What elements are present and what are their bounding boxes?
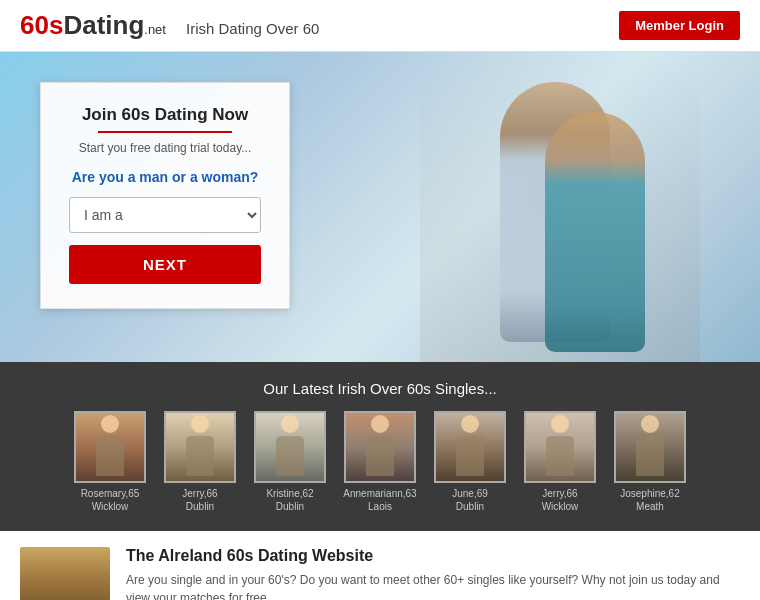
single-name-5: Jerry,66 Wicklow [542, 487, 579, 513]
hero-couple-image [420, 52, 700, 362]
single-card-3[interactable]: Annemariann,63 Laois [340, 411, 420, 513]
person-head-1 [191, 415, 209, 433]
single-card-2[interactable]: Kristine,62 Dublin [250, 411, 330, 513]
person-silhouette-2 [270, 415, 310, 480]
person-body-2 [276, 436, 304, 476]
join-form: Join 60s Dating Now Start you free datin… [40, 82, 290, 309]
single-card-6[interactable]: Josephine,62 Meath [610, 411, 690, 513]
single-card-1[interactable]: Jerry,66 Dublin [160, 411, 240, 513]
about-section: The Alreland 60s Dating Website Are you … [0, 531, 760, 600]
person-silhouette-0 [90, 415, 130, 480]
person-body-5 [546, 436, 574, 476]
single-name-2: Kristine,62 Dublin [266, 487, 313, 513]
join-title: Join 60s Dating Now [69, 105, 261, 125]
site-header: 60sDating.net Irish Dating Over 60 Membe… [0, 0, 760, 52]
person-head-2 [281, 415, 299, 433]
person-silhouette-6 [630, 415, 670, 480]
about-photo [20, 547, 110, 600]
site-logo: 60sDating.net [20, 10, 166, 41]
logo-net: .net [144, 22, 166, 37]
join-subtitle: Start you free dating trial today... [69, 141, 261, 155]
person-head-0 [101, 415, 119, 433]
person-silhouette-4 [450, 415, 490, 480]
single-photo-2 [254, 411, 326, 483]
about-content: The Alreland 60s Dating Website Are you … [126, 547, 740, 600]
single-photo-3 [344, 411, 416, 483]
member-login-button[interactable]: Member Login [619, 11, 740, 40]
about-title: The Alreland 60s Dating Website [126, 547, 740, 565]
header-tagline: Irish Dating Over 60 [186, 20, 319, 37]
gender-select[interactable]: I am a Man Woman [69, 197, 261, 233]
single-photo-0 [74, 411, 146, 483]
person-body-6 [636, 436, 664, 476]
person-head-3 [371, 415, 389, 433]
person-silhouette-5 [540, 415, 580, 480]
single-name-6: Josephine,62 Meath [620, 487, 680, 513]
title-underline [98, 131, 232, 133]
singles-title: Our Latest Irish Over 60s Singles... [20, 380, 740, 397]
person-silhouette-3 [360, 415, 400, 480]
single-card-4[interactable]: June,69 Dublin [430, 411, 510, 513]
single-photo-5 [524, 411, 596, 483]
next-button[interactable]: NEXT [69, 245, 261, 284]
singles-section: Our Latest Irish Over 60s Singles... Ros… [0, 362, 760, 531]
person-body-0 [96, 436, 124, 476]
person-body-4 [456, 436, 484, 476]
couple-woman [545, 112, 645, 352]
single-name-4: June,69 Dublin [452, 487, 488, 513]
person-silhouette-1 [180, 415, 220, 480]
person-body-3 [366, 436, 394, 476]
single-photo-6 [614, 411, 686, 483]
about-text: Are you single and in your 60's? Do you … [126, 571, 740, 600]
person-body-1 [186, 436, 214, 476]
single-name-1: Jerry,66 Dublin [182, 487, 217, 513]
single-name-3: Annemariann,63 Laois [343, 487, 416, 513]
single-photo-1 [164, 411, 236, 483]
hero-section: Join 60s Dating Now Start you free datin… [0, 52, 760, 362]
logo-dating: Dating [63, 10, 144, 41]
singles-grid: Rosemary,65 WicklowJerry,66 DublinKristi… [20, 411, 740, 513]
person-head-5 [551, 415, 569, 433]
single-card-5[interactable]: Jerry,66 Wicklow [520, 411, 600, 513]
person-head-4 [461, 415, 479, 433]
logo-60s: 60s [20, 10, 63, 41]
single-card-0[interactable]: Rosemary,65 Wicklow [70, 411, 150, 513]
single-name-0: Rosemary,65 Wicklow [81, 487, 140, 513]
join-question: Are you a man or a woman? [69, 169, 261, 185]
single-photo-4 [434, 411, 506, 483]
person-head-6 [641, 415, 659, 433]
